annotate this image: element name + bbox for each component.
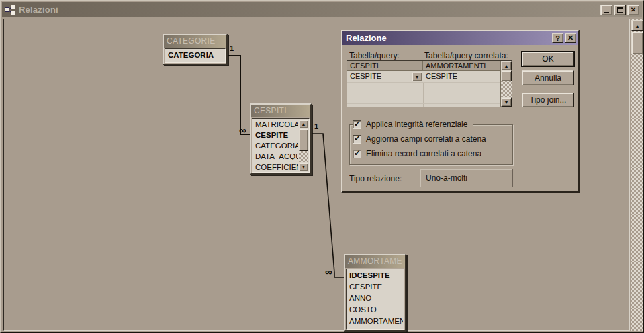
relationships-window: Relazioni ✕ 1 ∞ 1 ∞ CATEGORIE CATEGORIA … bbox=[0, 0, 644, 333]
scrollbar-thumb[interactable] bbox=[631, 32, 643, 54]
check-icon: ✓ bbox=[354, 148, 361, 158]
scrollbar-thumb[interactable] bbox=[501, 70, 512, 81]
table-title[interactable]: CATEGORIE bbox=[164, 35, 226, 48]
arrow-up-icon: ▲ bbox=[635, 23, 640, 28]
checkbox-icon[interactable]: ✓ bbox=[353, 120, 361, 129]
grid-row-line bbox=[347, 93, 500, 93]
minimize-icon bbox=[604, 12, 609, 13]
checkbox-label[interactable]: Elimina record correlati a catena bbox=[366, 149, 481, 158]
table-field[interactable]: MATRICOLA bbox=[255, 120, 298, 131]
table-title[interactable]: AMMORTAME bbox=[345, 255, 405, 268]
one-symbol: 1 bbox=[230, 44, 234, 52]
grid-row-line bbox=[347, 82, 500, 83]
scroll-up-button[interactable]: ▲ bbox=[631, 20, 643, 31]
grid-right-table-header[interactable]: AMMORTAMENTI bbox=[423, 61, 500, 71]
dialog-close-button[interactable]: ✕ bbox=[565, 33, 576, 43]
infinity-symbol: ∞ bbox=[325, 269, 332, 275]
close-button[interactable]: ✕ bbox=[627, 5, 639, 15]
table-card-cespiti[interactable]: CESPITI MATRICOLA CESPITE CATEGORIA DATA… bbox=[250, 103, 312, 175]
table-field[interactable]: ANNO bbox=[349, 294, 403, 305]
dialog-titlebar[interactable]: Relazione bbox=[342, 31, 578, 45]
relation-dialog: Relazione ? ✕ Tabella/query: Tabella/que… bbox=[341, 30, 580, 193]
grid-scrollbar[interactable]: ▲ ▼ bbox=[500, 61, 512, 107]
infinity-symbol: ∞ bbox=[239, 127, 246, 134]
checkbox-icon[interactable]: ✓ bbox=[353, 150, 361, 158]
checkbox-icon[interactable]: ✓ bbox=[353, 135, 361, 144]
one-symbol: 1 bbox=[314, 122, 318, 130]
table-field[interactable]: AMMORTAMENTO bbox=[349, 317, 403, 328]
join-grid: CESPITI AMMORTAMENTI CESPITE CESPITE ▼ ▲… bbox=[347, 60, 512, 107]
check-icon: ✓ bbox=[354, 119, 361, 128]
minimize-button[interactable] bbox=[600, 5, 612, 15]
scroll-up-button[interactable]: ▲ bbox=[501, 61, 512, 70]
cancel-button[interactable]: Annulla bbox=[522, 70, 574, 85]
help-button[interactable]: ? bbox=[552, 33, 563, 43]
canvas-vertical-scrollbar[interactable]: ▲ bbox=[631, 19, 643, 331]
arrow-up-icon: ▲ bbox=[302, 122, 306, 126]
relation-type-label: Tipo relazione: bbox=[349, 174, 402, 183]
chevron-down-icon: ▼ bbox=[415, 75, 420, 79]
table-field[interactable]: COSTO bbox=[349, 305, 403, 317]
table-scrollbar[interactable]: ▲ ▼ bbox=[299, 120, 308, 171]
join-type-button[interactable]: Tipo join... bbox=[522, 93, 574, 107]
help-icon: ? bbox=[555, 34, 560, 42]
relationships-icon bbox=[5, 5, 15, 15]
grid-cell-right[interactable]: CESPITE bbox=[423, 71, 500, 82]
table-field[interactable]: CATEGORIA bbox=[255, 142, 298, 152]
table-field[interactable]: CESPITE bbox=[349, 283, 403, 294]
checkbox-label[interactable]: Applica integrità referenziale bbox=[366, 120, 467, 129]
table-card-categorie[interactable]: CATEGORIE CATEGORIA bbox=[163, 34, 228, 65]
close-icon: ✕ bbox=[567, 34, 573, 42]
table-field[interactable]: DATA_ACQUI bbox=[255, 152, 298, 163]
checkbox-row-referential-integrity[interactable]: ✓ Applica integrità referenziale bbox=[353, 120, 473, 129]
checkbox-row-cascade-delete[interactable]: ✓ Elimina record correlati a catena bbox=[353, 149, 481, 158]
checkbox-row-cascade-update[interactable]: ✓ Aggiorna campi correlati a catena bbox=[353, 134, 486, 144]
arrow-down-icon: ▼ bbox=[302, 164, 306, 169]
scroll-down-button[interactable]: ▼ bbox=[299, 162, 308, 171]
maximize-button[interactable] bbox=[614, 5, 626, 15]
window-title: Relazioni bbox=[19, 5, 58, 15]
checkbox-label[interactable]: Aggiorna campi correlati a catena bbox=[366, 134, 486, 144]
window-titlebar[interactable]: Relazioni ✕ bbox=[2, 2, 642, 17]
arrow-up-icon: ▲ bbox=[504, 64, 509, 68]
ok-button[interactable]: OK bbox=[522, 52, 574, 66]
dialog-title: Relazione bbox=[346, 33, 387, 43]
table-card-ammortamenti[interactable]: AMMORTAME IDCESPITE CESPITE ANNO COSTO A… bbox=[344, 254, 406, 332]
table-title[interactable]: CESPITI bbox=[251, 105, 310, 117]
left-column-label: Tabella/query: bbox=[349, 51, 400, 60]
scroll-up-button[interactable]: ▲ bbox=[299, 120, 308, 128]
scroll-down-button[interactable]: ▼ bbox=[501, 97, 512, 107]
dropdown-button[interactable]: ▼ bbox=[412, 72, 422, 81]
integrity-group-frame bbox=[349, 124, 513, 165]
maximize-icon bbox=[617, 7, 623, 13]
scrollbar-thumb[interactable] bbox=[299, 128, 308, 151]
table-field[interactable]: IDCESPITE bbox=[349, 271, 403, 283]
check-icon: ✓ bbox=[354, 134, 361, 143]
close-icon: ✕ bbox=[631, 6, 636, 13]
table-field[interactable]: CESPITE bbox=[255, 131, 298, 142]
right-column-label: Tabella/query correlata: bbox=[424, 51, 508, 60]
relation-type-value: Uno-a-molti bbox=[420, 169, 513, 187]
grid-row-line bbox=[347, 103, 500, 104]
arrow-down-icon: ▼ bbox=[504, 100, 509, 105]
table-field[interactable]: CATEGORIA bbox=[168, 51, 224, 59]
grid-left-table-header[interactable]: CESPITI bbox=[347, 61, 423, 71]
table-field[interactable]: COEFFICIENT bbox=[255, 163, 298, 173]
